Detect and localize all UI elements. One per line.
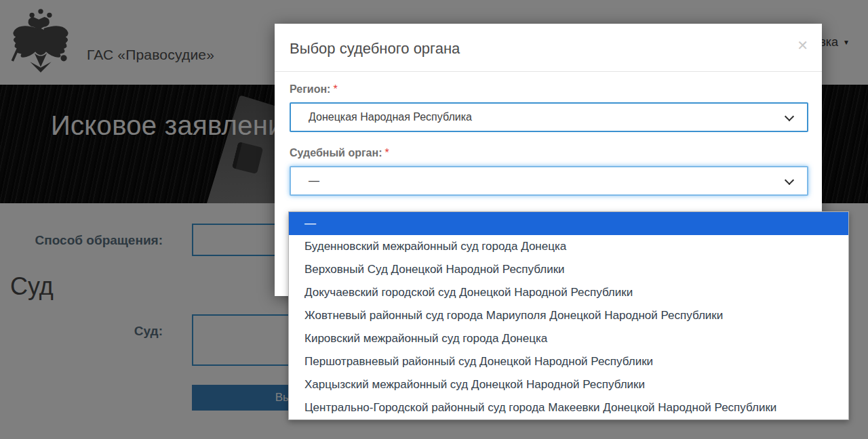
court-organ-select[interactable]: — bbox=[290, 166, 808, 196]
dropdown-option[interactable]: Центрально-Городской районный суд города… bbox=[289, 396, 848, 419]
modal-title: Выбор судебного органа bbox=[290, 40, 806, 58]
dropdown-option[interactable]: Кировский межрайонный суд города Донецка bbox=[289, 327, 848, 350]
dropdown-option[interactable]: Буденновский межрайонный суд города Доне… bbox=[289, 235, 848, 258]
screen: ГАС «Правосудие» Справка▼ Исковое заявле… bbox=[0, 0, 868, 439]
chevron-down-icon bbox=[785, 175, 794, 185]
required-asterisk: * bbox=[385, 147, 389, 159]
dropdown-option[interactable]: — bbox=[289, 212, 848, 235]
dropdown-option[interactable]: Харцызский межрайонный суд Донецкой Наро… bbox=[289, 373, 848, 396]
region-select-value: Донецкая Народная Республика bbox=[309, 104, 472, 131]
dropdown-option[interactable]: Верховный Суд Донецкой Народной Республи… bbox=[289, 258, 848, 281]
region-label: Регион: bbox=[290, 83, 330, 95]
region-select[interactable]: Донецкая Народная Республика bbox=[290, 102, 808, 132]
modal-header: Выбор судебного органа ✕ bbox=[275, 24, 822, 72]
dropdown-option[interactable]: Першотравневый районный суд Донецкой Нар… bbox=[289, 350, 848, 373]
court-organ-select-value: — bbox=[309, 167, 319, 194]
court-organ-field: Судебный орган:* — bbox=[290, 147, 808, 196]
chevron-down-icon bbox=[785, 112, 794, 121]
dropdown-option[interactable]: Жовтневый районный суд города Мариуполя … bbox=[289, 304, 848, 327]
required-asterisk: * bbox=[333, 83, 337, 95]
dropdown-option[interactable]: Докучаевский городской суд Донецкой Наро… bbox=[289, 281, 848, 304]
close-icon[interactable]: ✕ bbox=[797, 39, 808, 52]
region-field: Регион:* Донецкая Народная Республика bbox=[290, 83, 808, 132]
modal-body: Регион:* Донецкая Народная Республика Су… bbox=[275, 72, 822, 196]
court-dropdown-list: —Буденновский межрайонный суд города Дон… bbox=[288, 211, 849, 420]
court-organ-label: Судебный орган: bbox=[290, 147, 382, 159]
